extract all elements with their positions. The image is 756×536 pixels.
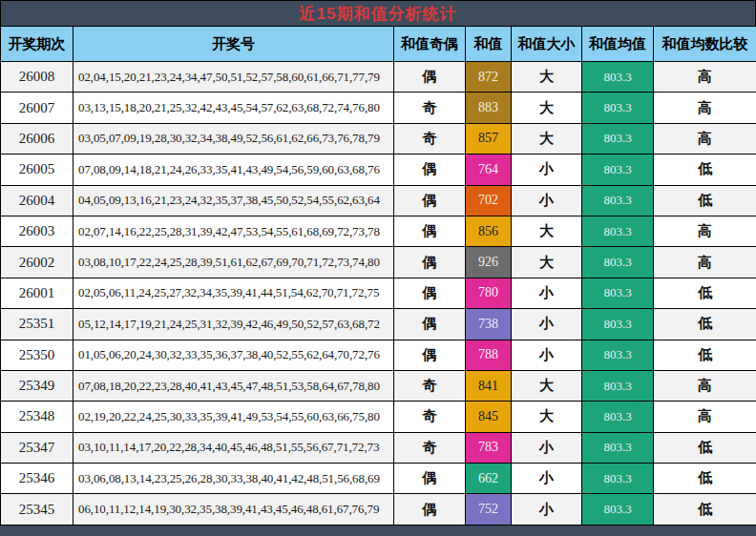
parity-cell: 奇 — [394, 370, 466, 401]
table-body: 2600802,04,15,20,21,23,24,34,47,50,51,52… — [1, 62, 756, 526]
sum-cell: 780 — [466, 278, 512, 308]
numbers-cell: 04,05,09,13,16,21,23,24,32,35,37,38,45,5… — [74, 185, 394, 216]
parity-cell: 偶 — [394, 340, 466, 370]
period-cell: 26005 — [1, 155, 74, 185]
numbers-cell: 03,06,08,13,14,23,25,26,28,30,33,38,40,4… — [74, 464, 394, 494]
column-header-parity: 和值奇偶 — [394, 27, 466, 62]
numbers-cell: 03,05,07,09,19,28,30,32,34,38,49,52,56,6… — [74, 123, 394, 154]
compare-cell: 低 — [654, 155, 756, 185]
numbers-cell: 02,07,14,16,22,25,28,31,39,42,47,53,54,5… — [74, 216, 394, 246]
mean-cell: 803.3 — [582, 93, 654, 123]
table-row: 2535105,12,14,17,19,21,24,25,31,32,39,42… — [1, 309, 756, 340]
mean-cell: 803.3 — [582, 216, 654, 246]
mean-cell: 803.3 — [582, 432, 654, 463]
table-row: 2535001,05,06,20,24,30,32,33,35,36,37,38… — [1, 340, 756, 370]
sum-cell: 752 — [466, 494, 512, 525]
period-cell: 26008 — [1, 62, 74, 93]
header-row: 开奖期次 开奖号 和值奇偶 和值 和值大小 和值均值 和值均数比较 — [1, 27, 756, 62]
mean-cell: 803.3 — [582, 309, 654, 340]
size-cell: 大 — [512, 247, 582, 278]
numbers-cell: 02,19,20,22,24,25,30,33,35,39,41,49,53,5… — [74, 402, 394, 432]
period-cell: 26006 — [1, 123, 74, 154]
parity-cell: 偶 — [394, 278, 466, 308]
table-row: 2600203,08,10,17,22,24,25,28,39,51,61,62… — [1, 247, 756, 278]
numbers-cell: 03,13,15,18,20,21,25,32,42,43,45,54,57,6… — [74, 93, 394, 123]
mean-cell: 803.3 — [582, 278, 654, 308]
parity-cell: 偶 — [394, 216, 466, 246]
numbers-cell: 07,08,18,20,22,23,28,40,41,43,45,47,48,5… — [74, 370, 394, 401]
compare-cell: 低 — [654, 185, 756, 216]
column-header-numbers: 开奖号 — [74, 27, 394, 62]
sum-cell: 702 — [466, 185, 512, 216]
compare-cell: 低 — [654, 340, 756, 370]
mean-cell: 803.3 — [582, 185, 654, 216]
mean-cell: 803.3 — [582, 464, 654, 494]
size-cell: 小 — [512, 464, 582, 494]
period-cell: 26002 — [1, 247, 74, 278]
parity-cell: 偶 — [394, 464, 466, 494]
sum-cell: 662 — [466, 464, 512, 494]
period-cell: 26001 — [1, 278, 74, 308]
table-row: 2600102,05,06,11,24,25,27,32,34,35,39,41… — [1, 278, 756, 308]
parity-cell: 奇 — [394, 93, 466, 123]
table-row: 2600404,05,09,13,16,21,23,24,32,35,37,38… — [1, 185, 756, 216]
numbers-cell: 01,05,06,20,24,30,32,33,35,36,37,38,40,5… — [74, 340, 394, 370]
compare-cell: 高 — [654, 62, 756, 93]
table-row: 2534603,06,08,13,14,23,25,26,28,30,33,38… — [1, 464, 756, 494]
compare-cell: 高 — [654, 247, 756, 278]
size-cell: 大 — [512, 123, 582, 154]
period-cell: 26007 — [1, 93, 74, 123]
compare-cell: 低 — [654, 494, 756, 525]
size-cell: 小 — [512, 155, 582, 185]
table-row: 2600603,05,07,09,19,28,30,32,34,38,49,52… — [1, 123, 756, 154]
sum-cell: 788 — [466, 340, 512, 370]
table-row: 2534802,19,20,22,24,25,30,33,35,39,41,49… — [1, 402, 756, 432]
table-row: 2600703,13,15,18,20,21,25,32,42,43,45,54… — [1, 93, 756, 123]
table-row: 2600802,04,15,20,21,23,24,34,47,50,51,52… — [1, 62, 756, 93]
column-header-mean: 和值均值 — [582, 27, 654, 62]
parity-cell: 偶 — [394, 309, 466, 340]
numbers-cell: 02,05,06,11,24,25,27,32,34,35,39,41,44,5… — [74, 278, 394, 308]
size-cell: 大 — [512, 216, 582, 246]
period-cell: 25347 — [1, 432, 74, 463]
parity-cell: 偶 — [394, 185, 466, 216]
compare-cell: 低 — [654, 278, 756, 308]
sum-cell: 883 — [466, 93, 512, 123]
sum-cell: 764 — [466, 155, 512, 185]
numbers-cell: 03,08,10,17,22,24,25,28,39,51,61,62,67,6… — [74, 247, 394, 278]
numbers-cell: 07,08,09,14,18,21,24,26,33,35,41,43,49,5… — [74, 155, 394, 185]
period-cell: 26004 — [1, 185, 74, 216]
table-row: 2600507,08,09,14,18,21,24,26,33,35,41,43… — [1, 155, 756, 185]
numbers-cell: 02,04,15,20,21,23,24,34,47,50,51,52,57,5… — [74, 62, 394, 93]
sum-analysis-table: 开奖期次 开奖号 和值奇偶 和值 和值大小 和值均值 和值均数比较 260080… — [0, 26, 756, 526]
mean-cell: 803.3 — [582, 247, 654, 278]
compare-cell: 高 — [654, 216, 756, 246]
column-header-compare: 和值均数比较 — [654, 27, 756, 62]
sum-cell: 926 — [466, 247, 512, 278]
parity-cell: 奇 — [394, 432, 466, 463]
period-cell: 25350 — [1, 340, 74, 370]
sum-cell: 872 — [466, 62, 512, 93]
parity-cell: 偶 — [394, 62, 466, 93]
compare-cell: 低 — [654, 464, 756, 494]
table-row: 2534907,08,18,20,22,23,28,40,41,43,45,47… — [1, 370, 756, 401]
compare-cell: 低 — [654, 309, 756, 340]
sum-cell: 783 — [466, 432, 512, 463]
table-row: 2534506,10,11,12,14,19,30,32,35,38,39,41… — [1, 494, 756, 525]
mean-cell: 803.3 — [582, 62, 654, 93]
size-cell: 大 — [512, 93, 582, 123]
table-row: 2600302,07,14,16,22,25,28,31,39,42,47,53… — [1, 216, 756, 246]
size-cell: 大 — [512, 62, 582, 93]
sum-analysis-panel: 近15期和值分析统计 开奖期次 开奖号 和值奇偶 和值 和值大小 和值均值 和值… — [0, 0, 756, 536]
period-cell: 26003 — [1, 216, 74, 246]
compare-cell: 高 — [654, 370, 756, 401]
mean-cell: 803.3 — [582, 155, 654, 185]
parity-cell: 偶 — [394, 247, 466, 278]
period-cell: 25345 — [1, 494, 74, 525]
compare-cell: 低 — [654, 432, 756, 463]
size-cell: 小 — [512, 340, 582, 370]
mean-cell: 803.3 — [582, 340, 654, 370]
size-cell: 小 — [512, 278, 582, 308]
parity-cell: 偶 — [394, 494, 466, 525]
sum-cell: 857 — [466, 123, 512, 154]
